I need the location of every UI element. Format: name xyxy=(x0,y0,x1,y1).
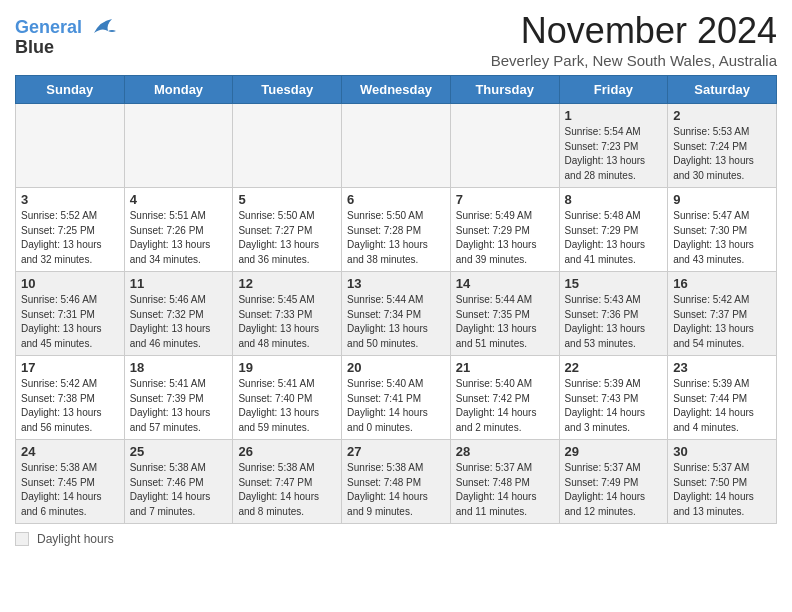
day-info: Sunrise: 5:49 AM Sunset: 7:29 PM Dayligh… xyxy=(456,209,554,267)
calendar-header-row: SundayMondayTuesdayWednesdayThursdayFrid… xyxy=(16,76,777,104)
day-info: Sunrise: 5:50 AM Sunset: 7:28 PM Dayligh… xyxy=(347,209,445,267)
day-number: 6 xyxy=(347,192,445,207)
day-info: Sunrise: 5:46 AM Sunset: 7:31 PM Dayligh… xyxy=(21,293,119,351)
calendar-week-row: 17Sunrise: 5:42 AM Sunset: 7:38 PM Dayli… xyxy=(16,356,777,440)
day-number: 23 xyxy=(673,360,771,375)
day-number: 27 xyxy=(347,444,445,459)
column-header-friday: Friday xyxy=(559,76,668,104)
day-info: Sunrise: 5:51 AM Sunset: 7:26 PM Dayligh… xyxy=(130,209,228,267)
day-number: 26 xyxy=(238,444,336,459)
day-info: Sunrise: 5:46 AM Sunset: 7:32 PM Dayligh… xyxy=(130,293,228,351)
calendar-cell: 6Sunrise: 5:50 AM Sunset: 7:28 PM Daylig… xyxy=(342,188,451,272)
day-number: 28 xyxy=(456,444,554,459)
calendar-week-row: 3Sunrise: 5:52 AM Sunset: 7:25 PM Daylig… xyxy=(16,188,777,272)
day-info: Sunrise: 5:41 AM Sunset: 7:40 PM Dayligh… xyxy=(238,377,336,435)
day-number: 11 xyxy=(130,276,228,291)
day-number: 29 xyxy=(565,444,663,459)
calendar-cell: 24Sunrise: 5:38 AM Sunset: 7:45 PM Dayli… xyxy=(16,440,125,524)
day-info: Sunrise: 5:40 AM Sunset: 7:41 PM Dayligh… xyxy=(347,377,445,435)
calendar-cell: 3Sunrise: 5:52 AM Sunset: 7:25 PM Daylig… xyxy=(16,188,125,272)
day-info: Sunrise: 5:37 AM Sunset: 7:50 PM Dayligh… xyxy=(673,461,771,519)
calendar-cell: 18Sunrise: 5:41 AM Sunset: 7:39 PM Dayli… xyxy=(124,356,233,440)
day-number: 15 xyxy=(565,276,663,291)
day-info: Sunrise: 5:37 AM Sunset: 7:48 PM Dayligh… xyxy=(456,461,554,519)
calendar-cell: 15Sunrise: 5:43 AM Sunset: 7:36 PM Dayli… xyxy=(559,272,668,356)
day-number: 16 xyxy=(673,276,771,291)
calendar-cell xyxy=(124,104,233,188)
calendar-cell: 20Sunrise: 5:40 AM Sunset: 7:41 PM Dayli… xyxy=(342,356,451,440)
day-info: Sunrise: 5:50 AM Sunset: 7:27 PM Dayligh… xyxy=(238,209,336,267)
day-info: Sunrise: 5:38 AM Sunset: 7:46 PM Dayligh… xyxy=(130,461,228,519)
column-header-saturday: Saturday xyxy=(668,76,777,104)
calendar-week-row: 24Sunrise: 5:38 AM Sunset: 7:45 PM Dayli… xyxy=(16,440,777,524)
day-info: Sunrise: 5:41 AM Sunset: 7:39 PM Dayligh… xyxy=(130,377,228,435)
logo-bird-icon xyxy=(84,15,116,43)
day-number: 19 xyxy=(238,360,336,375)
day-info: Sunrise: 5:44 AM Sunset: 7:34 PM Dayligh… xyxy=(347,293,445,351)
column-header-monday: Monday xyxy=(124,76,233,104)
calendar-cell: 7Sunrise: 5:49 AM Sunset: 7:29 PM Daylig… xyxy=(450,188,559,272)
column-header-thursday: Thursday xyxy=(450,76,559,104)
calendar-table: SundayMondayTuesdayWednesdayThursdayFrid… xyxy=(15,75,777,524)
day-number: 5 xyxy=(238,192,336,207)
day-info: Sunrise: 5:39 AM Sunset: 7:44 PM Dayligh… xyxy=(673,377,771,435)
column-header-wednesday: Wednesday xyxy=(342,76,451,104)
calendar-cell: 23Sunrise: 5:39 AM Sunset: 7:44 PM Dayli… xyxy=(668,356,777,440)
day-info: Sunrise: 5:38 AM Sunset: 7:47 PM Dayligh… xyxy=(238,461,336,519)
title-area: November 2024 Beverley Park, New South W… xyxy=(491,10,777,69)
calendar-cell: 2Sunrise: 5:53 AM Sunset: 7:24 PM Daylig… xyxy=(668,104,777,188)
calendar-week-row: 1Sunrise: 5:54 AM Sunset: 7:23 PM Daylig… xyxy=(16,104,777,188)
day-info: Sunrise: 5:44 AM Sunset: 7:35 PM Dayligh… xyxy=(456,293,554,351)
calendar-cell xyxy=(450,104,559,188)
calendar-cell: 9Sunrise: 5:47 AM Sunset: 7:30 PM Daylig… xyxy=(668,188,777,272)
day-number: 18 xyxy=(130,360,228,375)
day-number: 1 xyxy=(565,108,663,123)
day-info: Sunrise: 5:42 AM Sunset: 7:37 PM Dayligh… xyxy=(673,293,771,351)
day-number: 17 xyxy=(21,360,119,375)
calendar-cell: 27Sunrise: 5:38 AM Sunset: 7:48 PM Dayli… xyxy=(342,440,451,524)
day-number: 13 xyxy=(347,276,445,291)
column-header-sunday: Sunday xyxy=(16,76,125,104)
day-number: 14 xyxy=(456,276,554,291)
daylight-box-icon xyxy=(15,532,29,546)
day-info: Sunrise: 5:43 AM Sunset: 7:36 PM Dayligh… xyxy=(565,293,663,351)
day-info: Sunrise: 5:53 AM Sunset: 7:24 PM Dayligh… xyxy=(673,125,771,183)
calendar-cell: 29Sunrise: 5:37 AM Sunset: 7:49 PM Dayli… xyxy=(559,440,668,524)
calendar-cell: 22Sunrise: 5:39 AM Sunset: 7:43 PM Dayli… xyxy=(559,356,668,440)
day-info: Sunrise: 5:40 AM Sunset: 7:42 PM Dayligh… xyxy=(456,377,554,435)
day-info: Sunrise: 5:47 AM Sunset: 7:30 PM Dayligh… xyxy=(673,209,771,267)
calendar-cell: 12Sunrise: 5:45 AM Sunset: 7:33 PM Dayli… xyxy=(233,272,342,356)
day-info: Sunrise: 5:42 AM Sunset: 7:38 PM Dayligh… xyxy=(21,377,119,435)
day-info: Sunrise: 5:37 AM Sunset: 7:49 PM Dayligh… xyxy=(565,461,663,519)
month-title: November 2024 xyxy=(491,10,777,52)
calendar-cell: 25Sunrise: 5:38 AM Sunset: 7:46 PM Dayli… xyxy=(124,440,233,524)
calendar-cell: 13Sunrise: 5:44 AM Sunset: 7:34 PM Dayli… xyxy=(342,272,451,356)
day-number: 4 xyxy=(130,192,228,207)
day-info: Sunrise: 5:45 AM Sunset: 7:33 PM Dayligh… xyxy=(238,293,336,351)
logo: GeneralBlue xyxy=(15,18,116,58)
calendar-cell: 10Sunrise: 5:46 AM Sunset: 7:31 PM Dayli… xyxy=(16,272,125,356)
calendar-cell: 4Sunrise: 5:51 AM Sunset: 7:26 PM Daylig… xyxy=(124,188,233,272)
day-number: 9 xyxy=(673,192,771,207)
column-header-tuesday: Tuesday xyxy=(233,76,342,104)
calendar-cell: 30Sunrise: 5:37 AM Sunset: 7:50 PM Dayli… xyxy=(668,440,777,524)
calendar-week-row: 10Sunrise: 5:46 AM Sunset: 7:31 PM Dayli… xyxy=(16,272,777,356)
calendar-cell xyxy=(342,104,451,188)
calendar-cell: 14Sunrise: 5:44 AM Sunset: 7:35 PM Dayli… xyxy=(450,272,559,356)
calendar-cell: 26Sunrise: 5:38 AM Sunset: 7:47 PM Dayli… xyxy=(233,440,342,524)
day-number: 7 xyxy=(456,192,554,207)
day-info: Sunrise: 5:38 AM Sunset: 7:48 PM Dayligh… xyxy=(347,461,445,519)
day-info: Sunrise: 5:48 AM Sunset: 7:29 PM Dayligh… xyxy=(565,209,663,267)
day-number: 3 xyxy=(21,192,119,207)
calendar-cell: 21Sunrise: 5:40 AM Sunset: 7:42 PM Dayli… xyxy=(450,356,559,440)
day-info: Sunrise: 5:38 AM Sunset: 7:45 PM Dayligh… xyxy=(21,461,119,519)
calendar-cell xyxy=(233,104,342,188)
day-number: 10 xyxy=(21,276,119,291)
logo-text: GeneralBlue xyxy=(15,18,82,58)
daylight-label: Daylight hours xyxy=(37,532,114,546)
day-info: Sunrise: 5:52 AM Sunset: 7:25 PM Dayligh… xyxy=(21,209,119,267)
calendar-cell: 5Sunrise: 5:50 AM Sunset: 7:27 PM Daylig… xyxy=(233,188,342,272)
day-number: 22 xyxy=(565,360,663,375)
calendar-cell: 11Sunrise: 5:46 AM Sunset: 7:32 PM Dayli… xyxy=(124,272,233,356)
day-number: 8 xyxy=(565,192,663,207)
